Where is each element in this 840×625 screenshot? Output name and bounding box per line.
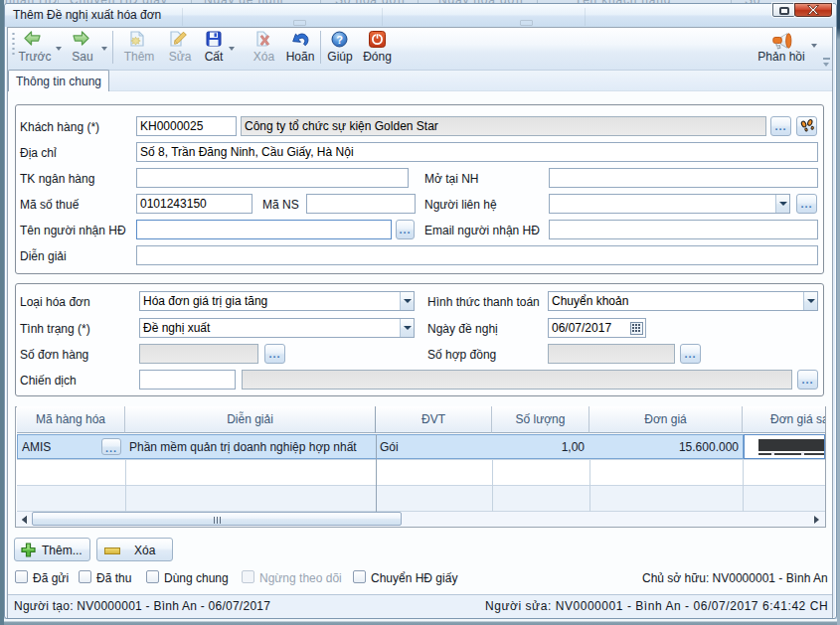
svg-text:?: ? <box>336 34 343 46</box>
